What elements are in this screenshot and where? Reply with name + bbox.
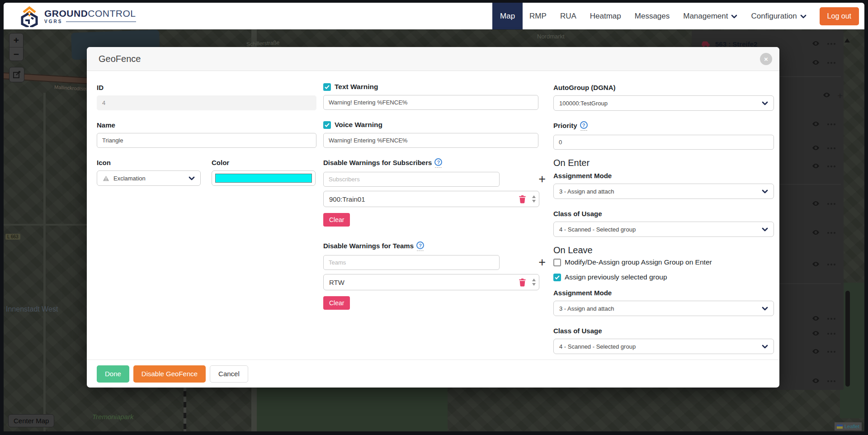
- name-field[interactable]: Triangle: [97, 133, 316, 148]
- more-options-icon[interactable]: [827, 147, 835, 149]
- column-identity: ID 4 Name Triangle Icon Exclamation: [97, 83, 316, 354]
- class-of-usage-label: Class of Usage: [553, 327, 774, 335]
- list-scroll-arrows[interactable]: [532, 195, 536, 203]
- eye-icon[interactable]: [812, 330, 820, 338]
- list-scroll-arrows[interactable]: [532, 279, 536, 286]
- brand-name-bold: GROUND: [44, 8, 88, 19]
- close-button[interactable]: ×: [760, 53, 772, 65]
- teams-input[interactable]: Teams: [323, 255, 500, 270]
- icon-label: Icon: [97, 159, 201, 166]
- team-item[interactable]: RTW: [329, 279, 344, 286]
- brand-logo-icon: [19, 5, 40, 27]
- voice-warning-field[interactable]: Warning! Entering %FENCE%: [323, 133, 538, 148]
- teams-list[interactable]: RTW: [323, 274, 539, 290]
- leaflet-link[interactable]: Leaflet: [844, 424, 859, 429]
- nav-item-map[interactable]: Map: [492, 3, 523, 29]
- modify-deassign-checkbox[interactable]: [553, 259, 561, 266]
- modal-title: GeoFence: [99, 54, 141, 64]
- assignment-mode-label: Assignment Mode: [553, 289, 774, 297]
- eye-icon[interactable]: [812, 120, 820, 128]
- chevron-down-icon: [762, 227, 768, 232]
- eye-icon[interactable]: [812, 315, 820, 323]
- help-icon[interactable]: ?: [434, 158, 442, 168]
- nav-item-rua[interactable]: RUA: [553, 3, 583, 29]
- autogroup-select[interactable]: 100000:TestGroup: [553, 95, 774, 111]
- vehicle-label: 563 : Streife2: [715, 40, 757, 48]
- logout-button[interactable]: Log out: [820, 7, 859, 25]
- voice-warning-label: Voice Warning: [335, 121, 382, 129]
- add-subscriber-button[interactable]: +: [538, 173, 546, 185]
- eye-icon[interactable]: [812, 200, 820, 208]
- draw-edit-button[interactable]: [9, 67, 24, 82]
- on-enter-assignment-mode-select[interactable]: 3 - Assign and attach: [553, 184, 774, 199]
- panel-scroll-up-icon[interactable]: [844, 38, 850, 43]
- subscribers-list[interactable]: 900:Train01: [323, 191, 539, 207]
- clear-subscribers-button[interactable]: Clear: [323, 213, 350, 227]
- more-options-icon[interactable]: [827, 380, 835, 382]
- eye-icon[interactable]: [823, 91, 830, 99]
- brand-sub: VGRS: [44, 19, 62, 24]
- geofence-modal: GeoFence × ID 4 Name Triangle Icon Excla…: [87, 47, 779, 388]
- more-options-icon[interactable]: [827, 232, 835, 234]
- assign-previous-checkbox[interactable]: [553, 274, 561, 281]
- disable-geofence-button[interactable]: Disable GeoFence: [133, 365, 206, 383]
- column-groups: AutoGroup (DGNA) 100000:TestGroup Priori…: [553, 83, 774, 354]
- more-options-icon[interactable]: [827, 264, 835, 265]
- cancel-button[interactable]: Cancel: [210, 365, 248, 383]
- voice-warning-row: Voice Warning: [323, 121, 547, 129]
- nav-item-messages[interactable]: Messages: [628, 3, 676, 29]
- class-of-usage-label: Class of Usage: [553, 210, 774, 218]
- more-options-icon[interactable]: [827, 333, 835, 335]
- color-label: Color: [212, 159, 316, 166]
- eye-icon[interactable]: [812, 162, 820, 170]
- map-road: [4, 224, 90, 226]
- on-leave-class-of-usage-select[interactable]: 4 - Scanned - Selected group: [553, 339, 774, 354]
- help-icon[interactable]: ?: [416, 241, 424, 251]
- modal-body: ID 4 Name Triangle Icon Exclamation: [87, 71, 779, 359]
- nav-item-rmp[interactable]: RMP: [523, 3, 553, 29]
- eye-icon[interactable]: [812, 377, 820, 385]
- on-enter-class-of-usage-select[interactable]: 4 - Scanned - Selected group: [553, 222, 774, 237]
- column-warnings: Text Warning Warning! Entering %FENCE% V…: [323, 83, 547, 354]
- more-options-icon[interactable]: [827, 203, 835, 205]
- on-leave-assignment-mode-select[interactable]: 3 - Assign and attach: [553, 301, 774, 316]
- nav-item-configuration[interactable]: Configuration: [744, 3, 813, 29]
- nav-item-heatmap[interactable]: Heatmap: [583, 3, 628, 29]
- text-warning-field[interactable]: Warning! Entering %FENCE%: [323, 95, 538, 110]
- more-options-icon[interactable]: [827, 62, 835, 64]
- eye-icon[interactable]: [812, 260, 820, 269]
- eye-icon[interactable]: [812, 59, 820, 67]
- eye-icon[interactable]: [812, 40, 820, 48]
- priority-field[interactable]: 0: [553, 135, 774, 150]
- subscribers-input[interactable]: Subscribers: [323, 172, 500, 187]
- more-options-icon[interactable]: [827, 165, 835, 167]
- more-options-icon[interactable]: [827, 318, 835, 320]
- more-options-icon[interactable]: [827, 123, 835, 125]
- clear-teams-button[interactable]: Clear: [323, 296, 350, 310]
- text-warning-checkbox[interactable]: [323, 83, 331, 91]
- more-options-icon[interactable]: [827, 351, 835, 353]
- eye-icon[interactable]: [812, 229, 820, 237]
- icon-select[interactable]: Exclamation: [97, 170, 201, 186]
- nav-item-management[interactable]: Management: [676, 3, 744, 29]
- more-options-icon[interactable]: [827, 43, 835, 45]
- center-map-button[interactable]: Center Map: [8, 414, 54, 427]
- add-team-button[interactable]: +: [538, 256, 546, 269]
- panel-scrollbar[interactable]: [845, 291, 850, 387]
- subscriber-item[interactable]: 900:Train01: [329, 195, 365, 203]
- trash-icon[interactable]: [519, 278, 526, 287]
- color-swatch: [215, 174, 312, 183]
- color-picker[interactable]: [212, 170, 316, 186]
- eye-icon[interactable]: [812, 144, 820, 152]
- voice-warning-checkbox[interactable]: [323, 121, 331, 129]
- zoom-out-button[interactable]: −: [9, 47, 23, 61]
- done-button[interactable]: Done: [97, 365, 129, 383]
- add-icon[interactable]: +: [837, 91, 843, 100]
- navbar: GROUNDCONTROL VGRS Map RMP RUA Heatmap M…: [4, 3, 864, 29]
- trash-icon[interactable]: [519, 195, 526, 203]
- zoom-in-button[interactable]: +: [9, 33, 23, 47]
- eye-icon[interactable]: [812, 348, 820, 356]
- map-label: Innenstadt West: [6, 304, 58, 314]
- help-icon[interactable]: ?: [580, 121, 588, 131]
- app: GROUNDCONTROL VGRS Map RMP RUA Heatmap M…: [0, 0, 868, 435]
